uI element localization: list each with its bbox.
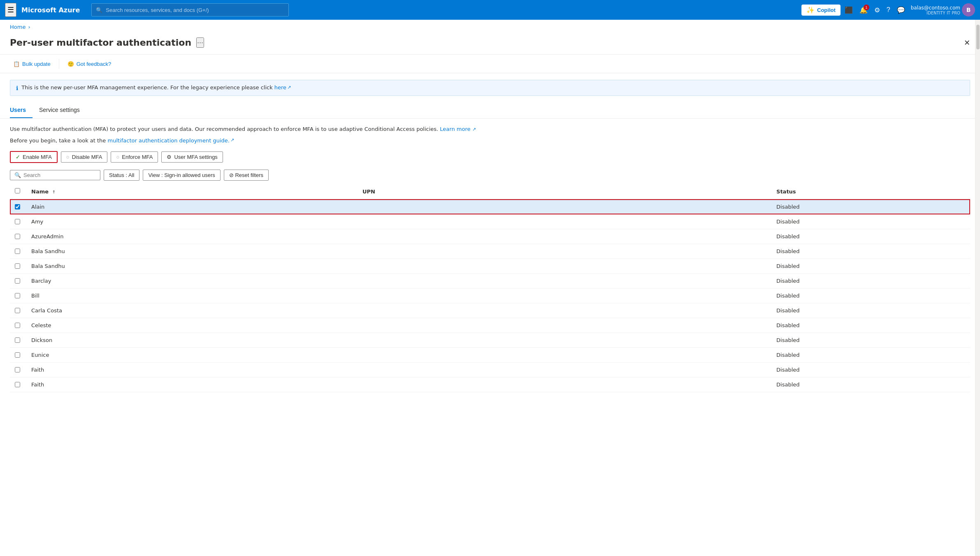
info-text: This is the new per-user MFA management … xyxy=(21,84,291,91)
user-search-input[interactable] xyxy=(23,172,96,178)
enable-mfa-button[interactable]: ✓ Enable MFA xyxy=(10,151,58,163)
global-search-input[interactable] xyxy=(106,7,284,13)
row-checkbox[interactable] xyxy=(15,204,20,209)
help-button[interactable]: ? xyxy=(884,4,893,16)
row-upn xyxy=(358,229,771,244)
row-name: Bala Sandhu xyxy=(26,244,358,259)
row-status: Disabled xyxy=(771,214,970,229)
row-checkbox[interactable] xyxy=(15,308,20,313)
row-name: Celeste xyxy=(26,318,358,333)
row-upn xyxy=(358,363,771,377)
table-row[interactable]: Celeste Disabled xyxy=(10,318,970,333)
user-role: IDENTITY IT PRO xyxy=(927,11,960,15)
search-icon: 🔍 xyxy=(96,7,102,13)
more-options-button[interactable]: ··· xyxy=(196,37,204,48)
table-row[interactable]: Faith Disabled xyxy=(10,363,970,377)
th-status[interactable]: Status xyxy=(771,184,970,199)
settings-button[interactable]: ⚙ xyxy=(872,4,882,16)
row-name: Dickson xyxy=(26,333,358,348)
user-avatar[interactable]: B xyxy=(962,3,975,16)
bulk-update-icon: 📋 xyxy=(13,61,20,67)
enforce-mfa-button[interactable]: ○ Enforce MFA xyxy=(111,151,158,163)
tabs: Users Service settings xyxy=(0,102,980,119)
tab-service-settings[interactable]: Service settings xyxy=(33,102,86,118)
row-status: Disabled xyxy=(771,303,970,318)
table-row[interactable]: Faith Disabled xyxy=(10,377,970,392)
row-checkbox[interactable] xyxy=(15,293,20,298)
scroll-thumb[interactable] xyxy=(976,25,980,49)
row-name: Carla Costa xyxy=(26,303,358,318)
row-checkbox-cell xyxy=(10,303,26,318)
scrollbar[interactable] xyxy=(975,20,980,556)
table-row[interactable]: Bala Sandhu Disabled xyxy=(10,259,970,274)
row-checkbox[interactable] xyxy=(15,263,20,269)
row-checkbox[interactable] xyxy=(15,367,20,372)
user-mfa-settings-button[interactable]: ⚙ User MFA settings xyxy=(161,151,223,163)
legacy-link[interactable]: here ↗ xyxy=(274,84,291,91)
enforce-icon: ○ xyxy=(116,154,119,160)
description: Use multifactor authentication (MFA) to … xyxy=(0,119,980,148)
table-row[interactable]: AzureAdmin Disabled xyxy=(10,229,970,244)
row-checkbox[interactable] xyxy=(15,219,20,224)
table-row[interactable]: Carla Costa Disabled xyxy=(10,303,970,318)
nav-icons: ✨ Copilot ⬛ 🔔 1 ⚙ ? 💬 balas@contoso.com … xyxy=(801,3,975,16)
row-upn xyxy=(358,303,771,318)
row-upn xyxy=(358,377,771,392)
cloud-shell-icon: ⬛ xyxy=(845,6,853,14)
gear-icon: ⚙ xyxy=(874,6,880,14)
row-checkbox[interactable] xyxy=(15,278,20,284)
table-row[interactable]: Bill Disabled xyxy=(10,288,970,303)
feedback-button-toolbar[interactable]: 🙂 Got feedback? xyxy=(64,59,115,69)
table-row[interactable]: Barclay Disabled xyxy=(10,274,970,288)
row-name: Faith xyxy=(26,363,358,377)
row-checkbox-cell xyxy=(10,259,26,274)
close-button[interactable]: ✕ xyxy=(964,38,970,47)
table-row[interactable]: Eunice Disabled xyxy=(10,348,970,363)
table-row[interactable]: Amy Disabled xyxy=(10,214,970,229)
row-upn xyxy=(358,333,771,348)
action-bar: ✓ Enable MFA ○ Disable MFA ○ Enforce MFA… xyxy=(0,148,980,166)
row-checkbox[interactable] xyxy=(15,249,20,254)
row-checkbox-cell xyxy=(10,288,26,303)
deploy-guide-link[interactable]: multifactor authentication deployment gu… xyxy=(107,137,234,145)
description-line1: Use multifactor authentication (MFA) to … xyxy=(10,125,970,133)
breadcrumb-sep: › xyxy=(28,24,30,30)
page-title: Per-user multifactor authentication xyxy=(10,37,191,48)
cloud-shell-button[interactable]: ⬛ xyxy=(842,4,855,16)
disable-mfa-button[interactable]: ○ Disable MFA xyxy=(61,151,108,163)
copilot-button[interactable]: ✨ Copilot xyxy=(801,5,841,16)
th-upn[interactable]: UPN xyxy=(358,184,771,199)
th-name[interactable]: Name ↑ xyxy=(26,184,358,199)
row-checkbox[interactable] xyxy=(15,234,20,239)
status-filter-button[interactable]: Status : All xyxy=(104,170,139,181)
tab-users[interactable]: Users xyxy=(10,102,33,118)
row-checkbox[interactable] xyxy=(15,337,20,343)
select-all-checkbox[interactable] xyxy=(15,188,20,193)
row-checkbox-cell xyxy=(10,199,26,214)
feedback-button[interactable]: 💬 xyxy=(894,4,908,16)
disable-icon: ○ xyxy=(66,154,70,160)
reset-filters-button[interactable]: ⊘ Reset filters xyxy=(224,170,269,181)
bulk-update-button[interactable]: 📋 Bulk update xyxy=(10,59,54,69)
table-row[interactable]: Dickson Disabled xyxy=(10,333,970,348)
table-row[interactable]: Alain Disabled xyxy=(10,199,970,214)
row-checkbox[interactable] xyxy=(15,323,20,328)
row-status: Disabled xyxy=(771,363,970,377)
search-icon-filter: 🔍 xyxy=(14,172,21,178)
table-row[interactable]: Bala Sandhu Disabled xyxy=(10,244,970,259)
menu-button[interactable]: ☰ xyxy=(5,3,16,17)
notifications-button[interactable]: 🔔 1 xyxy=(857,4,870,16)
th-select-all xyxy=(10,184,26,199)
learn-more-link[interactable]: Learn more ↗ xyxy=(440,126,476,132)
row-status: Disabled xyxy=(771,288,970,303)
row-checkbox[interactable] xyxy=(15,382,20,387)
row-checkbox-cell xyxy=(10,377,26,392)
breadcrumb-home[interactable]: Home xyxy=(10,24,26,30)
row-name: Amy xyxy=(26,214,358,229)
row-checkbox[interactable] xyxy=(15,352,20,358)
copilot-icon: ✨ xyxy=(806,6,815,14)
row-name: Eunice xyxy=(26,348,358,363)
users-table-wrap: Name ↑ UPN Status Alain Disabled xyxy=(0,184,980,392)
feedback-icon: 💬 xyxy=(897,6,905,14)
view-filter-button[interactable]: View : Sign-in allowed users xyxy=(143,170,220,181)
